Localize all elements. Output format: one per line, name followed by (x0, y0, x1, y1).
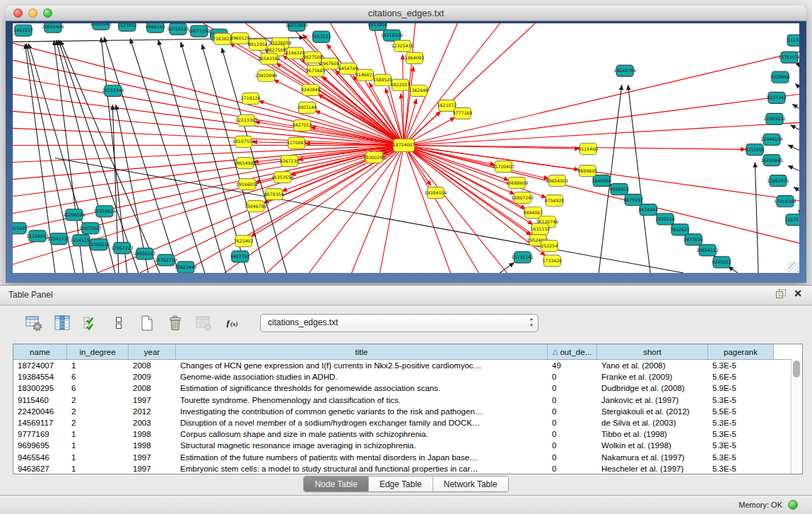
graph-node[interactable]: 1733426 (543, 255, 563, 267)
graph-node[interactable]: 20691406 (42, 23, 64, 33)
column-header-in_degree[interactable]: in_degree (67, 344, 129, 359)
table-cell[interactable]: Franke et al. (2009) (597, 373, 708, 381)
table-cell[interactable]: 0 (548, 407, 597, 416)
graph-node[interactable]: 8215958 (745, 144, 765, 155)
tab-node-table[interactable]: Node Table (304, 477, 369, 491)
table-cell[interactable]: Jankovic et al. (1997) (597, 396, 708, 404)
view-resize-grip[interactable] (788, 262, 799, 272)
table-cell[interactable]: 9777169 (13, 430, 67, 438)
graph-node[interactable]: 1915681 (13, 223, 28, 234)
tab-edge-table[interactable]: Edge Table (369, 477, 433, 491)
graph-node[interactable]: 16353554 (271, 172, 293, 183)
graph-node[interactable]: 9457791 (230, 251, 250, 262)
table-cell[interactable]: Tibbo et al. (1998) (597, 430, 708, 438)
table-cell[interactable]: 2012 (129, 407, 176, 416)
table-cell[interactable]: 5.9E-5 (708, 384, 774, 392)
graph-node[interactable]: 18107554 (233, 136, 254, 147)
graph-node[interactable]: 15720407 (493, 161, 514, 173)
column-header-title[interactable]: title (176, 344, 548, 359)
graph-node[interactable]: 2718126 (241, 93, 261, 104)
graph-node[interactable]: 6879197 (623, 194, 643, 206)
table-cell[interactable]: 1 (67, 430, 129, 438)
table-cell[interactable]: Nakamura et al. (1997) (597, 453, 708, 462)
table-cell[interactable]: 5.3E-5 (708, 396, 774, 404)
table-row[interactable]: 1872400712008Changes of HCN gene express… (13, 360, 802, 371)
graph-node[interactable]: 1170065 (287, 137, 307, 148)
table-cell[interactable]: Embryonic stem cells: a model to study s… (176, 465, 548, 473)
table-cell[interactable]: Wolkin et al. (1998) (597, 441, 708, 450)
table-cell[interactable]: 2009 (129, 373, 176, 381)
function-builder-button[interactable]: ƒ(x) (222, 313, 242, 333)
graph-node[interactable]: 10975887 (79, 223, 101, 234)
graph-node[interactable]: 19654985 (234, 158, 256, 169)
graph-node[interactable]: 19166852 (236, 179, 258, 190)
table-cell[interactable]: 1 (67, 465, 129, 473)
table-cell[interactable]: 2008 (129, 361, 176, 370)
table-cell[interactable]: Yano et al. (2008) (597, 361, 708, 370)
table-cell[interactable]: Tourette syndrome. Phenomenology and cla… (176, 396, 548, 404)
graph-node[interactable]: 6466160 (146, 23, 165, 33)
graph-node[interactable]: 12505115 (88, 239, 110, 250)
table-cell[interactable]: 5.3E-5 (708, 465, 774, 473)
graph-node[interactable]: 17359924 (93, 206, 115, 217)
table-settings-button[interactable] (24, 313, 44, 333)
scrollbar-thumb[interactable] (793, 361, 800, 378)
vertical-scrollbar[interactable] (791, 359, 802, 474)
graph-node[interactable]: 1527602 (117, 23, 137, 31)
new-table-button[interactable] (137, 313, 157, 333)
graph-node[interactable]: 20153346 (102, 85, 124, 96)
table-cell[interactable]: 18300295 (13, 384, 67, 392)
table-cell[interactable]: 1998 (129, 430, 176, 438)
select-columns-button[interactable] (81, 313, 100, 333)
graph-node[interactable]: 9245652 (712, 257, 731, 268)
graph-node[interactable]: 1615132 (531, 223, 551, 235)
network-window-titlebar[interactable]: citations_edges.txt (6, 6, 806, 21)
graph-node[interactable]: 12923448 (175, 262, 196, 273)
table-cell[interactable]: Disruption of a novel member of a sodium… (176, 419, 548, 427)
table-cell[interactable]: Structural magnetic resonance image aver… (176, 441, 548, 450)
table-select-dropdown[interactable]: citations_edges.txt ▲▼ (260, 314, 539, 332)
table-cell[interactable]: 22420046 (13, 407, 67, 416)
graph-node[interactable]: 10688609 (506, 177, 528, 189)
graph-node[interactable]: 15992971 (767, 175, 789, 187)
graph-node[interactable]: 12093832 (763, 113, 785, 124)
graph-node[interactable]: 16033809 (286, 23, 307, 31)
table-cell[interactable]: 9699695 (13, 441, 67, 450)
graph-node[interactable]: 15751074 (778, 52, 799, 63)
column-header-short[interactable]: short (597, 344, 708, 359)
graph-node[interactable]: 16671358 (188, 25, 210, 37)
graph-node[interactable]: 16648784 (614, 65, 636, 76)
table-cell[interactable]: 0 (548, 396, 597, 404)
column-header-out_de[interactable]: △out_de... (548, 344, 597, 359)
table-cell[interactable]: 9465546 (13, 453, 67, 462)
table-cell[interactable]: Estimation of significance thresholds fo… (176, 384, 548, 392)
graph-node[interactable]: 8186328 (286, 47, 305, 59)
table-cell[interactable]: 1 (67, 453, 129, 462)
table-cell[interactable]: 5.5E-5 (708, 407, 774, 416)
graph-node[interactable]: 9242848 (301, 84, 321, 95)
graph-node[interactable]: 17016504 (774, 196, 796, 207)
graph-node[interactable]: 8813054 (368, 23, 388, 30)
graph-node[interactable]: 23420046 (255, 70, 277, 81)
graph-node[interactable]: 8678354 (264, 189, 284, 200)
table-cell[interactable]: 0 (548, 419, 597, 427)
graph-node[interactable]: 15135141 (512, 252, 534, 263)
graph-node[interactable]: 12342737 (47, 233, 69, 245)
graph-node[interactable]: 6822057 (391, 79, 411, 90)
graph-node[interactable]: 8427552 (293, 119, 312, 131)
graph-node[interactable]: 18300295 (363, 152, 385, 163)
graph-node[interactable]: 12444134 (760, 134, 782, 145)
graph-node[interactable]: 9675685 (306, 65, 326, 76)
graph-node[interactable]: 1588520 (373, 74, 393, 86)
graph-node[interactable]: 111724 (787, 35, 799, 46)
graph-node[interactable]: 9756928 (545, 195, 565, 206)
column-header-name[interactable]: name (13, 344, 67, 359)
graph-node[interactable]: 9227342 (767, 92, 787, 103)
graph-node[interactable]: 2935114 (655, 214, 675, 225)
table-cell[interactable]: 2 (67, 407, 129, 416)
table-cell[interactable]: Investigating the contribution of common… (176, 407, 548, 416)
table-cell[interactable]: 5.3E-5 (708, 430, 774, 438)
graph-node[interactable]: 9115460 (579, 143, 599, 154)
delete-table-button[interactable] (194, 313, 213, 333)
graph-node[interactable]: 1362640 (409, 85, 429, 96)
